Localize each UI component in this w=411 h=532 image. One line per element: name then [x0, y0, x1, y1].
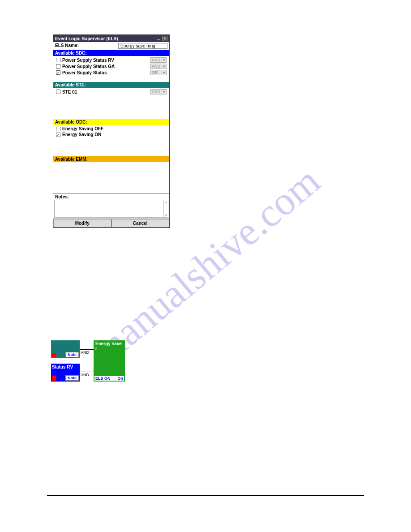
titlebar: Event Logic Supervisor (ELS) ... ×: [53, 35, 169, 42]
checkbox[interactable]: [56, 90, 60, 94]
ste-body: STE 01 AND▾: [53, 88, 169, 119]
block-label: Energy save r: [95, 341, 122, 351]
note-badge: Note: [65, 352, 79, 357]
emm-body: [53, 162, 169, 193]
els-name-input[interactable]: Energy save mng: [118, 43, 167, 49]
diagram-block-green: Energy save r ELS ON On: [94, 340, 125, 382]
ste-row: STE 01 AND▾: [54, 89, 168, 95]
sdc-row: ✓ Power Supply Status OR▾: [54, 69, 168, 76]
button-row: Modify Cancel: [53, 219, 169, 227]
els-name-row: ELS Name: Energy save mng: [53, 42, 169, 50]
block-status: ELS ON On: [94, 376, 124, 381]
checkbox[interactable]: ✓: [56, 133, 60, 137]
note-badge: Note: [65, 375, 79, 381]
notes-label: Notes:: [53, 193, 169, 200]
scroll-down-icon[interactable]: ▾: [164, 213, 168, 217]
window-title: Event Logic Supervisor (ELS): [55, 36, 118, 41]
checkbox[interactable]: [56, 64, 60, 69]
sdc-body: Power Supply Status RV AND▾ Power Supply…: [53, 56, 169, 82]
scrollbar[interactable]: ▴ ▾: [163, 200, 168, 217]
logic-dropdown[interactable]: AND▾: [150, 64, 167, 69]
modify-button[interactable]: Modify: [53, 219, 111, 227]
sdc-row: Power Supply Status GA AND▾: [54, 63, 168, 69]
emm-header: Available EMM:: [53, 156, 169, 162]
sdc-item-label: Power Supply Status GA: [62, 64, 149, 69]
status-indicator-icon: [52, 353, 56, 357]
chevron-down-icon: ▾: [163, 58, 165, 62]
ste-header: Available STE:: [53, 82, 169, 88]
and-label: AND: [81, 350, 89, 355]
block-label: Status RV: [52, 365, 73, 369]
odc-item-label: Energy Saving OFF: [62, 126, 167, 131]
logic-diagram: Note Status RV Note AND AND Energy save …: [51, 340, 127, 387]
connector-line: [80, 349, 94, 350]
and-label: AND: [81, 373, 89, 377]
sdc-item-label: Power Supply Status: [62, 70, 149, 75]
sdc-header: Available SDC:: [53, 50, 169, 56]
scroll-up-icon[interactable]: ▴: [164, 200, 168, 204]
sdc-item-label: Power Supply Status RV: [62, 58, 149, 63]
els-window: Event Logic Supervisor (ELS) ... × ELS N…: [53, 34, 170, 228]
ste-item-label: STE 01: [62, 90, 149, 94]
sdc-row: Power Supply Status RV AND▾: [54, 57, 168, 63]
checkbox[interactable]: ✓: [56, 70, 60, 75]
page-separator: [47, 495, 364, 496]
diagram-block-blue: Status RV Note: [51, 364, 80, 382]
titlebar-dots[interactable]: ...: [157, 36, 160, 41]
odc-body: Energy Saving OFF ✓ Energy Saving ON: [53, 125, 169, 156]
cancel-button[interactable]: Cancel: [111, 219, 170, 227]
odc-header: Available ODC:: [53, 119, 169, 125]
notes-textarea[interactable]: ▴ ▾: [54, 200, 168, 218]
chevron-down-icon: ▾: [163, 64, 165, 69]
odc-row: ✓ Energy Saving ON: [54, 132, 168, 137]
diagram-block-teal: Note: [51, 340, 80, 358]
checkbox[interactable]: [56, 127, 60, 131]
chevron-down-icon: ▾: [163, 70, 165, 75]
chevron-down-icon: ▾: [163, 90, 165, 94]
status-indicator-icon: [52, 376, 56, 381]
connector-line: [80, 372, 94, 372]
els-name-label: ELS Name:: [55, 43, 118, 49]
odc-item-label: Energy Saving ON: [62, 132, 167, 137]
checkbox[interactable]: [56, 58, 60, 62]
logic-dropdown[interactable]: OR▾: [150, 70, 167, 75]
logic-dropdown[interactable]: AND▾: [150, 57, 167, 63]
logic-dropdown[interactable]: AND▾: [150, 89, 167, 94]
odc-row: Energy Saving OFF: [54, 126, 168, 132]
close-icon[interactable]: ×: [162, 36, 167, 41]
